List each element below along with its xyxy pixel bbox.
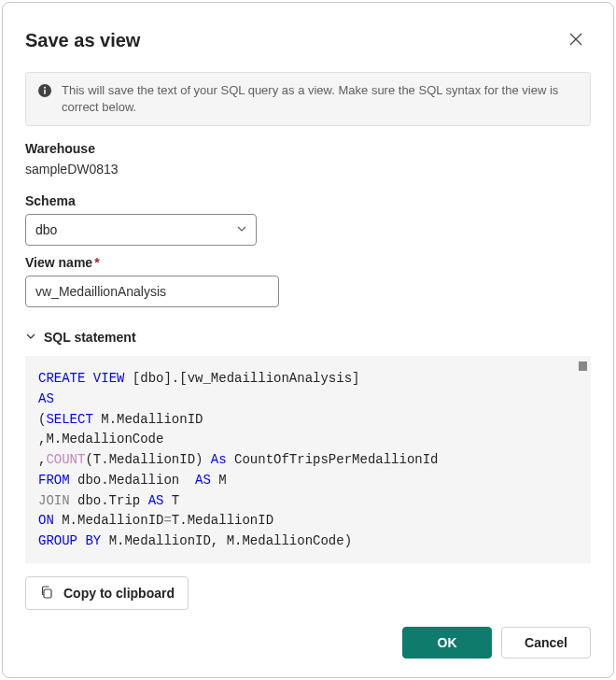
required-asterisk: * bbox=[94, 255, 99, 270]
dialog-header: Save as view bbox=[25, 25, 591, 55]
view-name-field: View name* bbox=[25, 255, 591, 307]
cancel-button[interactable]: Cancel bbox=[501, 627, 591, 659]
svg-rect-4 bbox=[44, 90, 46, 94]
info-text: This will save the text of your SQL quer… bbox=[62, 82, 579, 116]
schema-field: Schema dbo bbox=[25, 193, 591, 246]
copy-icon bbox=[39, 585, 54, 602]
warehouse-field: Warehouse sampleDW0813 bbox=[25, 141, 591, 184]
ok-button[interactable]: OK bbox=[402, 627, 492, 659]
info-banner: This will save the text of your SQL quer… bbox=[25, 72, 591, 126]
dialog-footer: OK Cancel bbox=[25, 610, 591, 659]
info-icon bbox=[37, 83, 52, 98]
svg-point-3 bbox=[44, 87, 46, 89]
sql-statement-label: SQL statement bbox=[44, 330, 136, 345]
schema-value: dbo bbox=[35, 222, 57, 237]
scrollbar-thumb[interactable] bbox=[579, 361, 587, 371]
sql-statement-toggle[interactable]: SQL statement bbox=[25, 330, 591, 345]
view-name-label: View name* bbox=[25, 255, 591, 270]
copy-row: Copy to clipboard bbox=[25, 576, 591, 610]
dialog-title: Save as view bbox=[25, 30, 140, 51]
warehouse-value: sampleDW0813 bbox=[25, 162, 591, 177]
save-as-view-dialog: Save as view This will save the text of … bbox=[2, 2, 614, 678]
copy-label: Copy to clipboard bbox=[63, 586, 175, 601]
warehouse-label: Warehouse bbox=[25, 141, 591, 156]
chevron-down-icon bbox=[25, 330, 36, 345]
schema-select[interactable]: dbo bbox=[25, 214, 257, 246]
close-button[interactable] bbox=[561, 25, 591, 55]
schema-label: Schema bbox=[25, 193, 591, 208]
sql-statement-box[interactable]: CREATE VIEW [dbo].[vw_MedaillionAnalysis… bbox=[25, 356, 591, 563]
view-name-input[interactable] bbox=[25, 276, 279, 307]
close-icon bbox=[568, 32, 583, 50]
svg-rect-5 bbox=[44, 589, 51, 598]
copy-to-clipboard-button[interactable]: Copy to clipboard bbox=[25, 576, 189, 610]
